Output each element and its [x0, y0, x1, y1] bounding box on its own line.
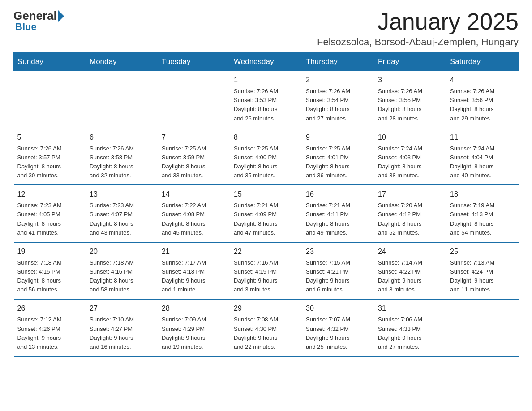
calendar-week-1: 1Sunrise: 7:26 AMSunset: 3:53 PMDaylight… [14, 71, 519, 128]
page-subtitle: Felsozsolca, Borsod-Abauj-Zemplen, Hunga… [317, 36, 519, 48]
calendar-cell: 14Sunrise: 7:22 AMSunset: 4:08 PMDayligh… [158, 185, 230, 242]
day-info: Sunrise: 7:08 AMSunset: 4:30 PMDaylight:… [234, 315, 298, 351]
weekday-header-tuesday: Tuesday [158, 53, 230, 71]
calendar-cell: 2Sunrise: 7:26 AMSunset: 3:54 PMDaylight… [302, 71, 374, 128]
day-number: 21 [162, 246, 226, 257]
day-number: 20 [90, 246, 154, 257]
day-number: 31 [378, 303, 442, 314]
day-number: 4 [450, 75, 515, 86]
day-number: 3 [378, 75, 442, 86]
calendar-cell: 11Sunrise: 7:24 AMSunset: 4:04 PMDayligh… [446, 128, 519, 185]
calendar-cell: 23Sunrise: 7:15 AMSunset: 4:21 PMDayligh… [302, 242, 374, 300]
weekday-header-friday: Friday [374, 53, 446, 71]
day-info: Sunrise: 7:17 AMSunset: 4:18 PMDaylight:… [162, 258, 226, 295]
calendar-cell: 17Sunrise: 7:20 AMSunset: 4:12 PMDayligh… [374, 185, 446, 242]
weekday-header-thursday: Thursday [302, 53, 374, 71]
calendar-cell: 20Sunrise: 7:18 AMSunset: 4:16 PMDayligh… [86, 242, 158, 300]
calendar-cell: 22Sunrise: 7:16 AMSunset: 4:19 PMDayligh… [230, 242, 302, 300]
weekday-header-sunday: Sunday [14, 53, 86, 71]
calendar-cell [446, 299, 519, 356]
day-info: Sunrise: 7:23 AMSunset: 4:07 PMDaylight:… [90, 201, 154, 237]
day-number: 10 [378, 132, 442, 143]
calendar-cell: 29Sunrise: 7:08 AMSunset: 4:30 PMDayligh… [230, 299, 302, 356]
day-number: 17 [378, 189, 442, 200]
day-number: 11 [450, 132, 515, 143]
day-info: Sunrise: 7:23 AMSunset: 4:05 PMDaylight:… [17, 201, 82, 237]
day-info: Sunrise: 7:18 AMSunset: 4:16 PMDaylight:… [90, 258, 154, 295]
day-number: 23 [306, 246, 370, 257]
day-info: Sunrise: 7:19 AMSunset: 4:13 PMDaylight:… [450, 201, 515, 237]
calendar-cell: 18Sunrise: 7:19 AMSunset: 4:13 PMDayligh… [446, 185, 519, 242]
calendar-cell: 19Sunrise: 7:18 AMSunset: 4:15 PMDayligh… [14, 242, 86, 300]
day-info: Sunrise: 7:26 AMSunset: 3:55 PMDaylight:… [378, 87, 442, 123]
calendar-table: SundayMondayTuesdayWednesdayThursdayFrid… [13, 52, 519, 357]
calendar-cell: 26Sunrise: 7:12 AMSunset: 4:26 PMDayligh… [14, 299, 86, 356]
day-number: 14 [162, 189, 226, 200]
calendar-cell [86, 71, 158, 128]
weekday-header-monday: Monday [86, 53, 158, 71]
day-number: 1 [234, 75, 298, 86]
day-info: Sunrise: 7:24 AMSunset: 4:03 PMDaylight:… [378, 144, 442, 180]
day-number: 25 [450, 246, 515, 257]
calendar-cell: 30Sunrise: 7:07 AMSunset: 4:32 PMDayligh… [302, 299, 374, 356]
day-number: 29 [234, 303, 298, 314]
day-number: 28 [162, 303, 226, 314]
logo-blue-text: Blue [13, 21, 37, 33]
day-number: 27 [90, 303, 154, 314]
day-info: Sunrise: 7:26 AMSunset: 3:56 PMDaylight:… [450, 87, 515, 123]
calendar-cell: 24Sunrise: 7:14 AMSunset: 4:22 PMDayligh… [374, 242, 446, 300]
day-info: Sunrise: 7:26 AMSunset: 3:58 PMDaylight:… [90, 144, 154, 180]
calendar-cell: 3Sunrise: 7:26 AMSunset: 3:55 PMDaylight… [374, 71, 446, 128]
day-number: 13 [90, 189, 154, 200]
logo: General Blue [13, 9, 65, 33]
day-info: Sunrise: 7:22 AMSunset: 4:08 PMDaylight:… [162, 201, 226, 237]
calendar-cell: 13Sunrise: 7:23 AMSunset: 4:07 PMDayligh… [86, 185, 158, 242]
day-number: 30 [306, 303, 370, 314]
weekday-header-saturday: Saturday [446, 53, 519, 71]
day-number: 2 [306, 75, 370, 86]
calendar-cell: 25Sunrise: 7:13 AMSunset: 4:24 PMDayligh… [446, 242, 519, 300]
day-number: 15 [234, 189, 298, 200]
day-number: 12 [17, 189, 82, 200]
calendar-cell: 16Sunrise: 7:21 AMSunset: 4:11 PMDayligh… [302, 185, 374, 242]
day-info: Sunrise: 7:09 AMSunset: 4:29 PMDaylight:… [162, 315, 226, 351]
calendar-week-2: 5Sunrise: 7:26 AMSunset: 3:57 PMDaylight… [14, 128, 519, 185]
day-info: Sunrise: 7:10 AMSunset: 4:27 PMDaylight:… [90, 315, 154, 351]
logo-triangle-icon [58, 10, 64, 22]
day-info: Sunrise: 7:13 AMSunset: 4:24 PMDaylight:… [450, 258, 515, 295]
calendar-header-row: SundayMondayTuesdayWednesdayThursdayFrid… [14, 53, 519, 71]
day-info: Sunrise: 7:06 AMSunset: 4:33 PMDaylight:… [378, 315, 442, 351]
day-info: Sunrise: 7:18 AMSunset: 4:15 PMDaylight:… [17, 258, 82, 295]
calendar-cell: 6Sunrise: 7:26 AMSunset: 3:58 PMDaylight… [86, 128, 158, 185]
calendar-cell: 10Sunrise: 7:24 AMSunset: 4:03 PMDayligh… [374, 128, 446, 185]
calendar-cell: 8Sunrise: 7:25 AMSunset: 4:00 PMDaylight… [230, 128, 302, 185]
day-number: 6 [90, 132, 154, 143]
calendar-cell: 5Sunrise: 7:26 AMSunset: 3:57 PMDaylight… [14, 128, 86, 185]
calendar-cell: 9Sunrise: 7:25 AMSunset: 4:01 PMDaylight… [302, 128, 374, 185]
calendar-cell: 27Sunrise: 7:10 AMSunset: 4:27 PMDayligh… [86, 299, 158, 356]
day-number: 7 [162, 132, 226, 143]
day-info: Sunrise: 7:14 AMSunset: 4:22 PMDaylight:… [378, 258, 442, 295]
day-info: Sunrise: 7:26 AMSunset: 3:54 PMDaylight:… [306, 87, 370, 123]
calendar-cell: 31Sunrise: 7:06 AMSunset: 4:33 PMDayligh… [374, 299, 446, 356]
day-number: 8 [234, 132, 298, 143]
day-info: Sunrise: 7:25 AMSunset: 4:00 PMDaylight:… [234, 144, 298, 180]
day-info: Sunrise: 7:25 AMSunset: 4:01 PMDaylight:… [306, 144, 370, 180]
day-number: 5 [17, 132, 82, 143]
day-info: Sunrise: 7:26 AMSunset: 3:57 PMDaylight:… [17, 144, 82, 180]
day-number: 16 [306, 189, 370, 200]
day-info: Sunrise: 7:20 AMSunset: 4:12 PMDaylight:… [378, 201, 442, 237]
day-info: Sunrise: 7:21 AMSunset: 4:09 PMDaylight:… [234, 201, 298, 237]
calendar-cell: 21Sunrise: 7:17 AMSunset: 4:18 PMDayligh… [158, 242, 230, 300]
calendar-cell: 4Sunrise: 7:26 AMSunset: 3:56 PMDaylight… [446, 71, 519, 128]
calendar-cell [14, 71, 86, 128]
day-info: Sunrise: 7:26 AMSunset: 3:53 PMDaylight:… [234, 87, 298, 123]
title-block: January 2025 Felsozsolca, Borsod-Abauj-Z… [317, 9, 519, 48]
calendar-cell: 1Sunrise: 7:26 AMSunset: 3:53 PMDaylight… [230, 71, 302, 128]
day-info: Sunrise: 7:21 AMSunset: 4:11 PMDaylight:… [306, 201, 370, 237]
calendar-cell: 12Sunrise: 7:23 AMSunset: 4:05 PMDayligh… [14, 185, 86, 242]
day-info: Sunrise: 7:25 AMSunset: 3:59 PMDaylight:… [162, 144, 226, 180]
weekday-header-wednesday: Wednesday [230, 53, 302, 71]
calendar-cell: 15Sunrise: 7:21 AMSunset: 4:09 PMDayligh… [230, 185, 302, 242]
calendar-week-4: 19Sunrise: 7:18 AMSunset: 4:15 PMDayligh… [14, 242, 519, 300]
